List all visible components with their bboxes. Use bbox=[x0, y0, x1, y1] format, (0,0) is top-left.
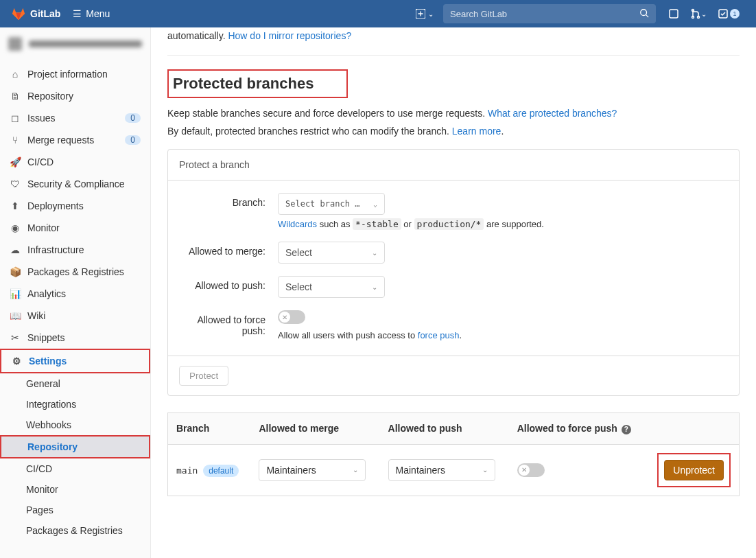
branch-select[interactable]: Select branch … ⌄ bbox=[278, 193, 385, 215]
learn-more-link[interactable]: Learn more bbox=[452, 126, 501, 137]
search-input[interactable] bbox=[450, 9, 639, 19]
main-content: automatically. How do I mirror repositor… bbox=[151, 27, 756, 558]
section-desc-2: By default, protected branches restrict … bbox=[167, 126, 740, 137]
chart-icon: 📊 bbox=[10, 288, 21, 299]
settings-sub-webhooks[interactable]: Webhooks bbox=[0, 415, 150, 435]
sidebar-item-project-info[interactable]: ⌂Project information bbox=[0, 63, 150, 85]
push-label: Allowed to push: bbox=[182, 276, 278, 298]
row-push-select[interactable]: Maintainers ⌄ bbox=[388, 459, 495, 481]
sidebar-item-deployments[interactable]: ⬆Deployments bbox=[0, 195, 150, 217]
gear-icon: ⚙ bbox=[11, 356, 22, 367]
sidebar-item-merge-requests[interactable]: ⑂Merge requests0 bbox=[0, 129, 150, 151]
project-header-blurred bbox=[0, 27, 150, 63]
file-icon: 🗎 bbox=[10, 91, 21, 102]
protect-button[interactable]: Protect bbox=[179, 366, 228, 386]
rocket-icon: 🚀 bbox=[10, 156, 21, 167]
settings-sub-repository[interactable]: Repository bbox=[0, 435, 150, 458]
th-merge: Allowed to merge bbox=[250, 413, 379, 445]
force-push-label: Allowed to force push: bbox=[182, 310, 278, 340]
allowed-push-select[interactable]: Select ⌄ bbox=[278, 276, 385, 298]
create-new-button[interactable]: ⌄ bbox=[416, 9, 434, 19]
sidebar-item-security[interactable]: 🛡Security & Compliance bbox=[0, 173, 150, 195]
chevron-down-icon: ⌄ bbox=[482, 466, 488, 474]
menu-button[interactable]: ☰ Menu bbox=[73, 8, 110, 19]
section-desc-1: Keep stable branches secure and force de… bbox=[167, 108, 740, 119]
wildcards-link[interactable]: Wildcards bbox=[278, 219, 317, 229]
deploy-icon: ⬆ bbox=[10, 200, 21, 211]
sidebar-item-snippets[interactable]: ✂Snippets bbox=[0, 327, 150, 349]
default-badge: default bbox=[203, 465, 239, 477]
sidebar-item-wiki[interactable]: 📖Wiki bbox=[0, 305, 150, 327]
gitlab-icon bbox=[11, 6, 26, 21]
settings-sub-integrations[interactable]: Integrations bbox=[0, 394, 150, 415]
scissors-icon: ✂ bbox=[10, 332, 21, 343]
settings-sub-monitor[interactable]: Monitor bbox=[0, 479, 150, 500]
branch-name: main bbox=[176, 465, 198, 476]
issues-icon[interactable] bbox=[668, 8, 679, 19]
force-push-hint: Allow all users with push access to forc… bbox=[278, 330, 725, 340]
toggle-off-icon: ✕ bbox=[279, 312, 290, 323]
cloud-icon: ☁ bbox=[10, 244, 21, 255]
sidebar-item-packages[interactable]: 📦Packages & Registries bbox=[0, 261, 150, 283]
sidebar-item-issues[interactable]: ◻Issues0 bbox=[0, 107, 150, 129]
merge-label: Allowed to merge: bbox=[182, 242, 278, 264]
th-push: Allowed to push bbox=[380, 413, 509, 445]
branch-label: Branch: bbox=[182, 193, 278, 229]
settings-sub-packages[interactable]: Packages & Registries bbox=[0, 520, 150, 541]
mirror-partial-text: automatically. How do I mirror repositor… bbox=[167, 30, 740, 41]
settings-sub-general[interactable]: General bbox=[0, 373, 150, 394]
th-branch: Branch bbox=[168, 413, 251, 445]
what-are-link[interactable]: What are protected branches? bbox=[488, 108, 617, 119]
menu-label: Menu bbox=[86, 8, 110, 19]
sidebar-item-infrastructure[interactable]: ☁Infrastructure bbox=[0, 239, 150, 261]
force-push-toggle[interactable]: ✕ bbox=[278, 310, 305, 324]
chevron-down-icon: ⌄ bbox=[372, 283, 377, 291]
merge-icon: ⑂ bbox=[10, 135, 21, 146]
book-icon: 📖 bbox=[10, 310, 21, 321]
chevron-down-icon: ⌄ bbox=[701, 10, 707, 18]
todos-icon[interactable]: 1 bbox=[718, 8, 740, 19]
top-nav: GitLab ☰ Menu ⌄ ⌄ 1 bbox=[0, 0, 756, 27]
divider bbox=[167, 55, 740, 56]
heading-highlight-box: Protected branches bbox=[167, 69, 348, 98]
help-icon[interactable]: ? bbox=[622, 425, 631, 434]
search-box[interactable] bbox=[443, 4, 656, 23]
issue-icon: ◻ bbox=[10, 113, 21, 124]
row-merge-select[interactable]: Maintainers ⌄ bbox=[259, 459, 366, 481]
monitor-icon: ◉ bbox=[10, 222, 21, 233]
protect-branch-panel: Protect a branch Branch: Select branch …… bbox=[167, 149, 740, 396]
allowed-merge-select[interactable]: Select ⌄ bbox=[278, 242, 385, 264]
sidebar-item-analytics[interactable]: 📊Analytics bbox=[0, 283, 150, 305]
section-heading: Protected branches bbox=[173, 75, 314, 93]
hamburger-icon: ☰ bbox=[73, 8, 82, 19]
todos-count: 1 bbox=[730, 9, 740, 19]
sidebar-item-settings[interactable]: ⚙Settings bbox=[0, 349, 150, 373]
sidebar-item-cicd[interactable]: 🚀CI/CD bbox=[0, 151, 150, 173]
search-icon bbox=[639, 8, 649, 20]
wildcards-hint: Wildcards such as *-stable or production… bbox=[278, 219, 725, 229]
toggle-off-icon: ✕ bbox=[519, 465, 530, 476]
chevron-down-icon: ⌄ bbox=[428, 10, 434, 18]
th-force: Allowed to force push ? bbox=[509, 413, 646, 445]
sidebar-item-repository[interactable]: 🗎Repository bbox=[0, 85, 150, 107]
protected-branches-table: Branch Allowed to merge Allowed to push … bbox=[167, 412, 740, 496]
settings-sub-cicd[interactable]: CI/CD bbox=[0, 458, 150, 479]
unprotect-highlight-box: Unprotect bbox=[657, 453, 731, 487]
shield-icon: 🛡 bbox=[10, 178, 21, 189]
chevron-down-icon: ⌄ bbox=[372, 249, 377, 257]
home-icon: ⌂ bbox=[10, 69, 21, 80]
row-force-push-toggle[interactable]: ✕ bbox=[517, 463, 545, 477]
mirror-help-link[interactable]: How do I mirror repositories? bbox=[228, 30, 351, 41]
plus-icon bbox=[416, 9, 425, 19]
sidebar-item-monitor[interactable]: ◉Monitor bbox=[0, 217, 150, 239]
merge-requests-icon[interactable]: ⌄ bbox=[690, 8, 707, 19]
brand-text: GitLab bbox=[30, 8, 60, 19]
settings-sub-pages[interactable]: Pages bbox=[0, 500, 150, 520]
force-push-link[interactable]: force push bbox=[418, 330, 460, 340]
svg-rect-2 bbox=[670, 10, 678, 18]
gitlab-logo[interactable]: GitLab bbox=[11, 6, 60, 21]
unprotect-button[interactable]: Unprotect bbox=[664, 460, 724, 480]
chevron-down-icon: ⌄ bbox=[373, 200, 377, 208]
svg-point-1 bbox=[641, 9, 647, 15]
chevron-down-icon: ⌄ bbox=[353, 466, 358, 474]
